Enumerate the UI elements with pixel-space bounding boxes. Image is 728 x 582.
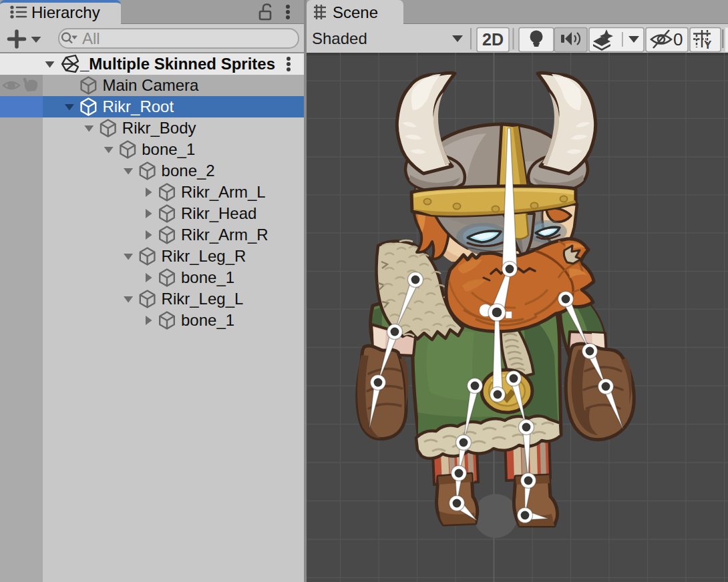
svg-text:0: 0 <box>673 29 683 49</box>
svg-text:Rikr_Head: Rikr_Head <box>181 204 256 222</box>
svg-text:_Multiple Skinned Sprites: _Multiple Skinned Sprites <box>79 55 275 73</box>
svg-text:bone_1: bone_1 <box>181 311 234 329</box>
svg-text:All: All <box>82 29 100 47</box>
svg-text:Main Camera: Main Camera <box>102 76 199 94</box>
svg-text:bone_2: bone_2 <box>162 162 215 180</box>
svg-text:Rikr_Leg_L: Rikr_Leg_L <box>162 290 244 308</box>
svg-text:2D: 2D <box>482 30 504 49</box>
svg-text:Y: Y <box>704 39 712 51</box>
svg-text:bone_1: bone_1 <box>181 268 234 286</box>
svg-text:Rikr_Root: Rikr_Root <box>102 97 174 115</box>
svg-text:bone_1: bone_1 <box>142 140 195 158</box>
svg-text:Rikr_Arm_L: Rikr_Arm_L <box>181 183 266 201</box>
svg-text:Rikr_Body: Rikr_Body <box>122 119 196 137</box>
svg-text:Rikr_Arm_R: Rikr_Arm_R <box>181 226 268 244</box>
svg-text:Rikr_Leg_R: Rikr_Leg_R <box>162 247 246 265</box>
